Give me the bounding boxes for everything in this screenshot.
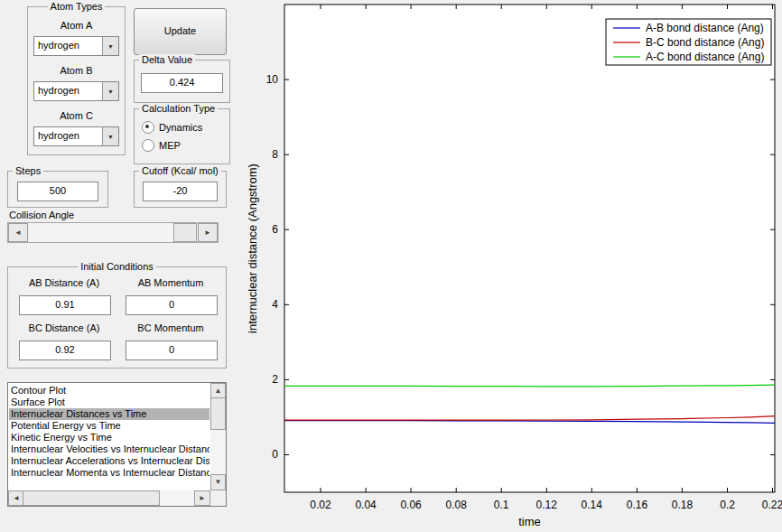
app-window: Atom Types Atom A hydrogen ▼ Atom B hydr… xyxy=(0,0,782,532)
atom-types-title: Atom Types xyxy=(48,1,106,12)
scroll-right-icon[interactable]: ► xyxy=(198,223,218,242)
list-item[interactable]: Potential Energy vs Time xyxy=(9,420,209,432)
radio-selected-icon[interactable] xyxy=(142,121,154,134)
delta-value-title: Delta Value xyxy=(139,54,195,65)
hscroll-thumb[interactable] xyxy=(23,490,160,506)
scroll-down-icon[interactable]: ▼ xyxy=(210,474,226,490)
y-tick-label: 6 xyxy=(272,223,278,236)
radio-mep-label: MEP xyxy=(159,140,181,151)
delta-value-panel: Delta Value 0.424 xyxy=(134,60,230,103)
bc-momentum-field[interactable]: 0 xyxy=(126,341,218,360)
y-tick-label: 0 xyxy=(272,448,278,461)
radio-unselected-icon[interactable] xyxy=(142,139,154,152)
listbox-horizontal-scrollbar[interactable]: ◄ ► xyxy=(8,490,210,506)
dropdown-arrow-icon[interactable]: ▼ xyxy=(102,127,118,145)
list-item[interactable]: Internuclear Accelerations vs Internucle… xyxy=(9,455,209,467)
radio-mep[interactable]: MEP xyxy=(142,139,181,152)
atom-b-label: Atom B xyxy=(28,65,125,76)
ab-momentum-field[interactable]: 0 xyxy=(126,295,218,315)
y-tick-label: 8 xyxy=(272,148,278,161)
collision-angle-label: Collision Angle xyxy=(9,210,74,220)
plot-svg: 0.020.040.060.080.10.120.140.160.180.20.… xyxy=(233,0,782,532)
x-tick-label: 0.04 xyxy=(355,499,377,511)
ab-momentum-label: AB Momentum xyxy=(124,277,218,288)
y-tick-label: 10 xyxy=(266,73,279,86)
legend-label: B-C bond distance (Ang) xyxy=(646,36,764,49)
scrollbar-corner xyxy=(210,490,226,506)
calculation-type-title: Calculation Type xyxy=(139,103,218,114)
plot-type-listbox[interactable]: Contour PlotSurface PlotInternuclear Dis… xyxy=(7,382,227,507)
plot-area: 0.020.040.060.080.10.120.140.160.180.20.… xyxy=(233,0,782,532)
x-tick-label: 0.2 xyxy=(720,499,735,511)
bc-momentum-label: BC Momentum xyxy=(124,322,218,333)
radio-dynamics[interactable]: Dynamics xyxy=(142,121,202,134)
list-item[interactable]: Internuclear Distances vs Time xyxy=(9,408,209,420)
legend-label: A-C bond distance (Ang) xyxy=(646,51,764,63)
atom-a-dropdown[interactable]: hydrogen ▼ xyxy=(33,36,119,56)
ab-distance-field[interactable]: 0.91 xyxy=(19,295,111,315)
scroll-left-icon[interactable]: ◄ xyxy=(8,223,28,242)
scroll-right-icon[interactable]: ► xyxy=(194,490,210,506)
steps-panel: Steps 500 xyxy=(7,171,108,208)
x-tick-label: 0.02 xyxy=(310,499,331,511)
atom-a-value: hydrogen xyxy=(34,37,102,55)
listbox-vertical-scrollbar[interactable]: ▲ ▼ xyxy=(210,383,226,490)
atom-b-value: hydrogen xyxy=(34,82,102,100)
x-tick-label: 0.06 xyxy=(400,499,422,511)
delta-value-field[interactable]: 0.424 xyxy=(141,73,223,93)
atom-c-value: hydrogen xyxy=(34,127,102,145)
initial-conditions-panel: Initial Conditions AB Distance (A) AB Mo… xyxy=(7,266,227,369)
bc-distance-field[interactable]: 0.92 xyxy=(19,341,111,360)
cutoff-field[interactable]: -20 xyxy=(143,182,218,201)
atom-c-dropdown[interactable]: hydrogen ▼ xyxy=(33,126,119,146)
calculation-type-panel: Calculation Type Dynamics MEP xyxy=(134,108,230,164)
x-tick-label: 0.14 xyxy=(582,499,603,511)
x-tick-label: 0.12 xyxy=(536,499,558,511)
x-axis-label: time xyxy=(518,515,541,528)
list-item[interactable]: Surface Plot xyxy=(9,397,209,408)
x-tick-label: 0.1 xyxy=(494,499,509,511)
vscroll-thumb[interactable] xyxy=(210,397,226,430)
cutoff-panel: Cutoff (Kcal/ mol) -20 xyxy=(134,171,227,208)
atom-types-panel: Atom Types Atom A hydrogen ▼ Atom B hydr… xyxy=(27,6,126,155)
atom-a-label: Atom A xyxy=(28,20,125,31)
plot-box xyxy=(284,5,775,492)
initial-conditions-title: Initial Conditions xyxy=(78,261,156,272)
dropdown-arrow-icon[interactable]: ▼ xyxy=(102,37,118,55)
ab-distance-label: AB Distance (A) xyxy=(17,277,111,288)
collision-angle-slider[interactable]: ◄ ► xyxy=(7,222,219,243)
atom-c-label: Atom C xyxy=(28,110,125,121)
legend-label: A-B bond distance (Ang) xyxy=(646,22,764,34)
x-tick-label: 0.22 xyxy=(762,499,782,511)
update-button[interactable]: Update xyxy=(134,8,227,55)
cutoff-title: Cutoff (Kcal/ mol) xyxy=(139,165,221,176)
dropdown-arrow-icon[interactable]: ▼ xyxy=(102,82,118,100)
list-item[interactable]: Contour Plot xyxy=(9,385,209,397)
slider-track[interactable] xyxy=(28,223,198,242)
slider-thumb[interactable] xyxy=(173,223,197,242)
listbox-items: Contour PlotSurface PlotInternuclear Dis… xyxy=(9,385,209,490)
y-axis-label: internuclear distance (Angstrom) xyxy=(246,163,259,333)
x-tick-label: 0.18 xyxy=(672,499,694,511)
list-item[interactable]: Internuclear Velocities vs Internuclear … xyxy=(9,443,209,455)
list-item[interactable]: Kinetic Energy vs Time xyxy=(9,432,209,443)
x-tick-label: 0.08 xyxy=(446,499,468,511)
x-tick-label: 0.16 xyxy=(627,499,648,511)
y-tick-label: 4 xyxy=(272,298,278,311)
bc-distance-label: BC Distance (A) xyxy=(17,322,111,333)
atom-b-dropdown[interactable]: hydrogen ▼ xyxy=(33,81,119,101)
steps-title: Steps xyxy=(13,165,43,176)
steps-field[interactable]: 500 xyxy=(17,182,98,201)
radio-dynamics-label: Dynamics xyxy=(159,122,202,133)
list-item[interactable]: Internuclear Momenta vs Internuclear Dis… xyxy=(9,467,209,479)
y-tick-label: 2 xyxy=(272,373,278,386)
